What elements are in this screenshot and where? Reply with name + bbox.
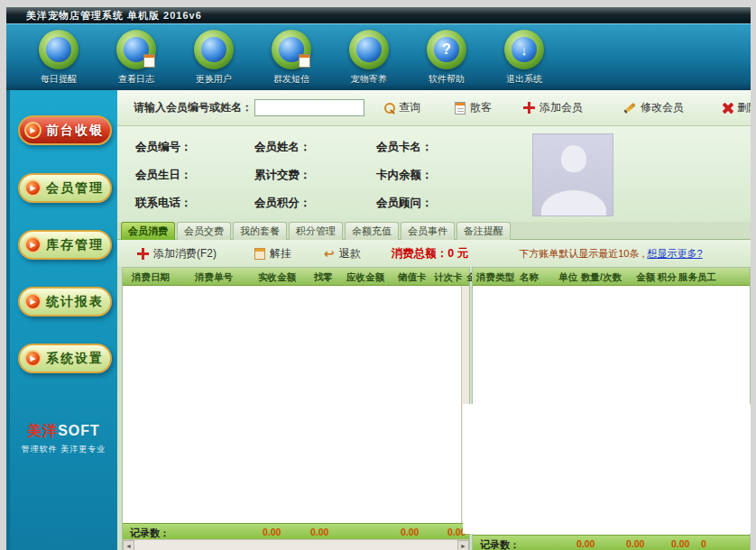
toolbar-item-view-log[interactable]: 查看日志	[104, 30, 169, 86]
plus-icon	[523, 102, 535, 114]
column-header[interactable]: 消费类型	[476, 271, 514, 284]
edit-member-button[interactable]: 修改会员	[623, 100, 684, 115]
total-value: 0	[447, 247, 454, 260]
field-phone: 联系电话：	[135, 196, 254, 211]
toolbar-item-exit[interactable]: 退出系统	[492, 30, 557, 86]
window-title: 美洋宠物店管理系统 单机版 2016v6	[26, 9, 202, 23]
toolbar-item-group-sms[interactable]: 群发短信	[259, 30, 324, 86]
column-header[interactable]: 单位	[558, 271, 577, 284]
table-header-row: 消费类型 名称 单位 数量/次数 金额 积分 服务员工	[473, 268, 750, 286]
globe-glyph	[46, 37, 71, 62]
button-label: 查询	[399, 100, 420, 115]
toolbar-item-label: 退出系统	[506, 73, 542, 86]
brand-name-white: SOFT	[58, 423, 100, 438]
sidebar-item-system-settings[interactable]: 系统设置	[18, 344, 112, 373]
toolbar-item-label: 宠物寄养	[351, 73, 387, 86]
toolbar-item-switch-user[interactable]: 更换用户	[181, 30, 246, 86]
button-label: 修改会员	[641, 100, 684, 115]
column-header[interactable]: 应收金额	[346, 271, 384, 284]
sidebar-item-statistics-report[interactable]: 统计报表	[18, 287, 112, 316]
question-mark-glyph	[434, 37, 459, 62]
sidebar-item-inventory-management[interactable]: 库存管理	[18, 230, 112, 260]
member-tabbar: 会员消费 会员交费 我的套餐 积分管理 余额充值 会员事件 备注提醒	[117, 222, 751, 240]
member-photo-placeholder	[532, 133, 613, 216]
brand-tagline: 管理软件 美洋更专业	[10, 444, 117, 455]
refund-button[interactable]: ↩ 退款	[324, 246, 361, 261]
toolbar-item-pet-boarding[interactable]: 宠物寄养	[337, 30, 401, 86]
tab-balance-recharge[interactable]: 余额充值	[345, 222, 399, 240]
play-badge-icon	[24, 179, 41, 197]
tab-my-packages[interactable]: 我的套餐	[233, 222, 287, 240]
group-sms-icon	[272, 30, 311, 69]
query-button[interactable]: 查询	[384, 100, 420, 115]
pet-boarding-icon	[349, 30, 389, 69]
column-header[interactable]: 找零	[314, 271, 333, 284]
daily-reminder-icon	[39, 30, 78, 69]
scroll-left-arrow[interactable]: ◄	[123, 540, 134, 550]
show-more-link[interactable]: 想显示更多?	[648, 247, 703, 261]
total-unit: 元	[457, 247, 469, 260]
notepad-icon	[455, 102, 466, 115]
power-arrow-glyph	[512, 37, 537, 62]
button-label: 添加消费(F2)	[153, 246, 217, 261]
column-header[interactable]: 储值卡	[398, 271, 427, 284]
tab-points-management[interactable]: 积分管理	[289, 222, 343, 240]
footer-sum: 0.00	[401, 527, 419, 537]
column-header[interactable]: 积分	[658, 271, 677, 284]
footer-sum: 0.00	[576, 538, 595, 549]
add-consume-button[interactable]: 添加消费(F2)	[137, 246, 217, 261]
globe-glyph	[201, 37, 226, 62]
tab-notes-reminder[interactable]: 备注提醒	[456, 222, 511, 240]
column-header[interactable]: 金额	[636, 271, 655, 284]
release-hold-button[interactable]: 解挂	[254, 246, 291, 261]
notepad-glyph	[299, 54, 310, 68]
footer-sum: 0.00	[310, 527, 328, 537]
column-header[interactable]: 服务员工	[678, 271, 716, 284]
tab-member-events[interactable]: 会员事件	[401, 222, 455, 240]
footer-sum: 0.00	[263, 527, 281, 537]
titlebar: 美洋宠物店管理系统 单机版 2016v6	[6, 7, 751, 23]
walk-in-button[interactable]: 散客	[455, 100, 492, 115]
toolbar-item-label: 群发短信	[273, 73, 309, 86]
table-header-row: 消费日期 消费单号 实收金额 找零 应收金额 储值卡 计次卡 金额	[123, 268, 469, 286]
table-body-empty	[123, 286, 469, 523]
button-label: 退款	[339, 246, 361, 261]
switch-user-icon	[194, 30, 234, 69]
brand-logo: 美洋SOFT 管理软件 美洋更专业	[10, 422, 117, 455]
table-footer-row: 记录数： 0.00 0.00 0.00 0	[473, 535, 750, 550]
column-header[interactable]: 数量/次数	[581, 271, 622, 284]
sidebar-item-label: 库存管理	[46, 237, 104, 253]
field-birthday: 会员生日：	[135, 168, 254, 183]
field-points: 会员积分：	[254, 196, 376, 211]
search-icon	[384, 103, 394, 113]
tab-member-consume[interactable]: 会员消费	[121, 222, 175, 240]
record-count-label: 记录数：	[480, 538, 520, 550]
tag-icon	[254, 248, 265, 260]
sidebar-item-cashier[interactable]: 前台收银	[18, 115, 112, 145]
toolbar-item-help[interactable]: 软件帮助	[414, 30, 479, 86]
consume-total: 消费总额：0 元	[392, 246, 468, 261]
button-label: 散客	[470, 100, 492, 115]
consume-toolbar: 添加消费(F2) 解挂 ↩ 退款 消费总额：0 元 下方账单默认显示最近10条 …	[117, 240, 751, 267]
add-member-button[interactable]: 添加会员	[523, 100, 583, 115]
exit-icon	[504, 30, 544, 69]
horizontal-scrollbar[interactable]: ◄ ►	[123, 539, 469, 550]
member-search-input[interactable]	[254, 99, 364, 116]
column-header[interactable]: 消费单号	[195, 271, 233, 284]
sidebar-item-member-management[interactable]: 会员管理	[18, 173, 112, 203]
column-header[interactable]: 消费日期	[132, 271, 170, 284]
column-header[interactable]: 实收金额	[258, 271, 296, 284]
sidebar: 前台收银 会员管理 库存管理 统计报表 系统设置 美洋SOFT 管理软件 美洋更…	[6, 90, 117, 550]
column-header[interactable]: 计次卡	[434, 271, 463, 284]
member-info-panel: 会员编号： 会员姓名： 会员卡名： 会员生日： 累计交费： 卡内余额： 联系电话…	[117, 126, 751, 222]
pencil-icon	[623, 102, 635, 113]
scroll-right-arrow[interactable]: ►	[457, 540, 469, 550]
tab-member-payment[interactable]: 会员交费	[177, 222, 231, 240]
member-fields: 会员编号： 会员姓名： 会员卡名： 会员生日： 累计交费： 卡内余额： 联系电话…	[135, 133, 523, 216]
sidebar-item-label: 系统设置	[46, 351, 104, 367]
column-header[interactable]: 名称	[520, 271, 539, 284]
toolbar-item-label: 更换用户	[196, 73, 232, 86]
toolbar-item-daily-reminder[interactable]: 每日提醒	[26, 30, 91, 86]
footer-sum: 0.00	[671, 538, 689, 549]
button-label: 解挂	[270, 246, 291, 261]
